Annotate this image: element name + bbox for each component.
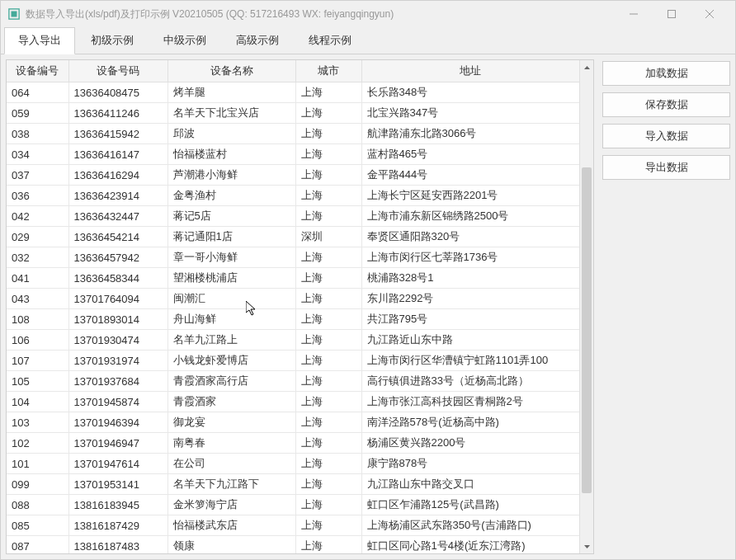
- scroll-up-arrow[interactable]: [580, 60, 593, 74]
- table-cell[interactable]: 金粤渔村: [167, 186, 295, 206]
- table-cell[interactable]: 九江路山东中路交叉口: [361, 474, 579, 495]
- table-cell[interactable]: 13701947614: [68, 454, 167, 474]
- table-cell[interactable]: 怡福楼蓝村: [167, 144, 295, 165]
- vertical-scrollbar[interactable]: [579, 60, 593, 553]
- table-cell[interactable]: 深圳: [295, 227, 361, 247]
- table-cell[interactable]: 南粤春: [167, 433, 295, 454]
- table-row[interactable]: 03413636416147怡福楼蓝村上海蓝村路465号: [7, 144, 579, 165]
- table-row[interactable]: 10613701930474名羊九江路上上海九江路近山东中路: [7, 330, 579, 351]
- table-cell[interactable]: 名羊天下北宝兴店: [167, 103, 295, 124]
- scroll-thumb[interactable]: [582, 167, 592, 493]
- table-cell[interactable]: 13636432447: [68, 206, 167, 227]
- table-cell[interactable]: 13636408475: [68, 82, 167, 103]
- table-cell[interactable]: 小钱龙虾爱博店: [167, 351, 295, 371]
- table-cell[interactable]: 金米箩海宁店: [167, 495, 295, 515]
- table-row[interactable]: 10313701946394御龙宴上海南洋泾路578号(近杨高中路): [7, 412, 579, 433]
- table-cell[interactable]: 上海: [295, 351, 361, 371]
- table-cell[interactable]: 13636415942: [68, 124, 167, 144]
- table-cell[interactable]: 上海市浦东新区锦绣路2500号: [361, 206, 579, 227]
- table-cell[interactable]: 087: [7, 536, 68, 554]
- table-cell[interactable]: 邱波: [167, 124, 295, 144]
- load-data-button[interactable]: 加载数据: [602, 61, 730, 86]
- table-row[interactable]: 10813701893014舟山海鲜上海共江路795号: [7, 309, 579, 330]
- table-cell[interactable]: 南洋泾路578号(近杨高中路): [361, 412, 579, 433]
- table-row[interactable]: 08713816187483领康上海虹口区同心路1号4楼(近东江湾路): [7, 536, 579, 554]
- table-cell[interactable]: 上海: [295, 186, 361, 206]
- table-cell[interactable]: 航津路浦东北路3066号: [361, 124, 579, 144]
- table-cell[interactable]: 虹口区乍浦路125号(武昌路): [361, 495, 579, 515]
- table-cell[interactable]: 042: [7, 206, 68, 227]
- table-cell[interactable]: 东川路2292号: [361, 289, 579, 309]
- table-cell[interactable]: 上海: [295, 371, 361, 392]
- table-cell[interactable]: 107: [7, 351, 68, 371]
- table-cell[interactable]: 13636411246: [68, 103, 167, 124]
- table-cell[interactable]: 13701953141: [68, 474, 167, 495]
- table-cell[interactable]: 桃浦路328号1: [361, 268, 579, 289]
- maximize-button[interactable]: [653, 2, 691, 26]
- table-cell[interactable]: 13636416147: [68, 144, 167, 165]
- table-cell[interactable]: 蒋记通阳1店: [167, 227, 295, 247]
- table-cell[interactable]: 102: [7, 433, 68, 454]
- tab-4[interactable]: 线程示例: [295, 27, 366, 54]
- table-row[interactable]: 05913636411246名羊天下北宝兴店上海北宝兴路347号: [7, 103, 579, 124]
- tab-1[interactable]: 初级示例: [77, 27, 148, 54]
- table-cell[interactable]: 名羊天下九江路下: [167, 474, 295, 495]
- table-cell[interactable]: 036: [7, 186, 68, 206]
- table-cell[interactable]: 101: [7, 454, 68, 474]
- table-cell[interactable]: 13701937684: [68, 371, 167, 392]
- table-cell[interactable]: 上海: [295, 474, 361, 495]
- table-cell[interactable]: 上海: [295, 103, 361, 124]
- table-cell[interactable]: 059: [7, 103, 68, 124]
- tab-2[interactable]: 中级示例: [149, 27, 220, 54]
- header-address[interactable]: 地址: [361, 60, 579, 82]
- table-row[interactable]: 10113701947614在公司上海康宁路878号: [7, 454, 579, 474]
- table-cell[interactable]: 康宁路878号: [361, 454, 579, 474]
- table-cell[interactable]: 上海: [295, 289, 361, 309]
- table-cell[interactable]: 怡福楼武东店: [167, 515, 295, 536]
- table-cell[interactable]: 上海: [295, 536, 361, 554]
- table-cell[interactable]: 上海: [295, 268, 361, 289]
- table-cell[interactable]: 闽潮汇: [167, 289, 295, 309]
- table-cell[interactable]: 上海: [295, 433, 361, 454]
- table-cell[interactable]: 103: [7, 412, 68, 433]
- table-cell[interactable]: 13701930474: [68, 330, 167, 351]
- table-row[interactable]: 03613636423914金粤渔村上海上海长宁区延安西路2201号: [7, 186, 579, 206]
- table-cell[interactable]: 13636457942: [68, 247, 167, 268]
- table-cell[interactable]: 杨浦区黄兴路2200号: [361, 433, 579, 454]
- table-cell[interactable]: 章一哥小海鲜: [167, 247, 295, 268]
- minimize-button[interactable]: [615, 2, 653, 26]
- save-data-button[interactable]: 保存数据: [602, 92, 730, 117]
- table-row[interactable]: 03813636415942邱波上海航津路浦东北路3066号: [7, 124, 579, 144]
- table-row[interactable]: 03713636416294芦潮港小海鲜上海金平路444号: [7, 165, 579, 186]
- table-cell[interactable]: 13816187429: [68, 515, 167, 536]
- table-cell[interactable]: 九江路近山东中路: [361, 330, 579, 351]
- table-cell[interactable]: 上海: [295, 392, 361, 412]
- table-cell[interactable]: 037: [7, 165, 68, 186]
- table-row[interactable]: 04313701764094闽潮汇上海东川路2292号: [7, 289, 579, 309]
- table-row[interactable]: 10213701946947南粤春上海杨浦区黄兴路2200号: [7, 433, 579, 454]
- table-cell[interactable]: 上海: [295, 82, 361, 103]
- table-cell[interactable]: 13701764094: [68, 289, 167, 309]
- table-cell[interactable]: 高行镇俱进路33号（近杨高北路）: [361, 371, 579, 392]
- table-cell[interactable]: 共江路795号: [361, 309, 579, 330]
- table-cell[interactable]: 034: [7, 144, 68, 165]
- table-cell[interactable]: 舟山海鲜: [167, 309, 295, 330]
- table-cell[interactable]: 上海市闵行区华漕镇宁虹路1101弄100: [361, 351, 579, 371]
- scroll-down-arrow[interactable]: [580, 539, 593, 553]
- table-cell[interactable]: 13816187483: [68, 536, 167, 554]
- table-cell[interactable]: 029: [7, 227, 68, 247]
- table-cell[interactable]: 106: [7, 330, 68, 351]
- table-cell[interactable]: 13701945874: [68, 392, 167, 412]
- table-cell[interactable]: 青霞酒家高行店: [167, 371, 295, 392]
- tab-0[interactable]: 导入导出: [4, 27, 75, 54]
- import-data-button[interactable]: 导入数据: [602, 124, 730, 148]
- table-row[interactable]: 04213636432447蒋记5店上海上海市浦东新区锦绣路2500号: [7, 206, 579, 227]
- table-cell[interactable]: 088: [7, 495, 68, 515]
- table-cell[interactable]: 13636454214: [68, 227, 167, 247]
- scroll-track[interactable]: [580, 74, 593, 539]
- table-row[interactable]: 10713701931974小钱龙虾爱博店上海上海市闵行区华漕镇宁虹路1101弄…: [7, 351, 579, 371]
- table-cell[interactable]: 104: [7, 392, 68, 412]
- table-row[interactable]: 06413636408475烤羊腿上海长乐路348号: [7, 82, 579, 103]
- table-cell[interactable]: 青霞酒家: [167, 392, 295, 412]
- table-cell[interactable]: 038: [7, 124, 68, 144]
